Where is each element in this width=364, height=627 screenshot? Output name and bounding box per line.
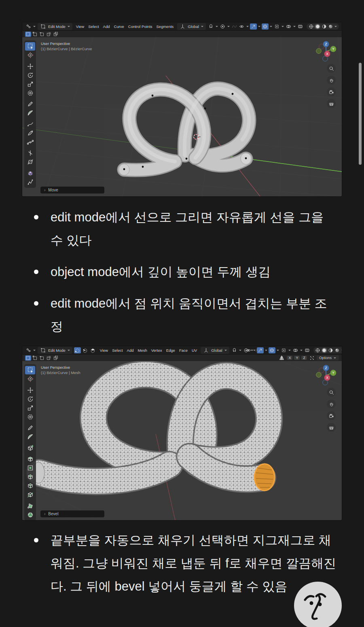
rendered-shading-icon[interactable] <box>334 348 340 353</box>
solid-shading-icon[interactable] <box>315 24 320 29</box>
bevel-tool[interactable] <box>25 473 35 481</box>
transform-tool[interactable] <box>25 412 35 421</box>
viewport-3d-scene[interactable] <box>22 361 342 520</box>
zoom-icon[interactable] <box>327 388 336 397</box>
menu-view[interactable]: View <box>74 24 86 29</box>
viewport-3d-scene[interactable] <box>22 37 342 196</box>
cursor-tool[interactable] <box>25 51 35 60</box>
menu-uv[interactable]: UV <box>190 348 199 353</box>
menu-face[interactable]: Face <box>177 348 190 353</box>
mirror-icon[interactable] <box>279 355 285 361</box>
spin-tool[interactable] <box>25 510 35 519</box>
cursor-tool[interactable] <box>25 375 35 383</box>
mirror-axis-x[interactable]: X <box>287 356 292 360</box>
extrude-tool[interactable] <box>25 169 35 177</box>
shear-tool[interactable] <box>25 158 35 166</box>
editor-type-icon[interactable] <box>25 23 32 30</box>
extrude-region-tool[interactable] <box>25 455 35 463</box>
solid-shading-icon[interactable] <box>322 348 327 353</box>
draw-curve-tool[interactable] <box>25 120 35 128</box>
knife-tool[interactable] <box>25 491 35 499</box>
menu-control-points[interactable]: Control Points <box>126 24 154 29</box>
loop-cut-tool[interactable] <box>25 482 35 490</box>
navigation-gizmo[interactable]: Z Y X <box>315 40 337 62</box>
curve-pen-tool[interactable] <box>25 129 35 137</box>
profile-face-logo[interactable] <box>294 582 342 627</box>
rotate-tool[interactable] <box>25 71 35 79</box>
gizmos-icon[interactable] <box>273 23 280 30</box>
overlays-icon[interactable] <box>285 23 292 30</box>
tilt-tool[interactable] <box>25 149 35 157</box>
toggle-ortho-icon[interactable] <box>327 99 336 108</box>
viewport-3d[interactable]: User Perspective (1) BézierCurve | Bézie… <box>22 37 342 196</box>
select-difference-icon[interactable] <box>46 32 52 37</box>
pan-hand-icon[interactable] <box>327 400 336 408</box>
snap-magnet-icon[interactable] <box>231 347 238 353</box>
toggle-ortho-icon[interactable] <box>327 423 336 432</box>
page-scrollbar[interactable] <box>359 63 362 165</box>
vertex-select-mode-icon[interactable] <box>74 347 81 353</box>
show-visibility-icon[interactable] <box>238 23 245 30</box>
menu-add[interactable]: Add <box>125 348 136 353</box>
options-dropdown[interactable]: Options <box>317 355 339 360</box>
pan-hand-icon[interactable] <box>327 76 336 85</box>
snap-elements-icon[interactable] <box>309 355 315 361</box>
overlays-icon[interactable] <box>292 347 299 353</box>
select-through-icon[interactable] <box>250 23 257 30</box>
rotate-tool[interactable] <box>25 395 35 403</box>
operator-panel[interactable]: › Move <box>40 187 104 193</box>
annotate-tool[interactable] <box>25 100 35 108</box>
menu-vertex[interactable]: Vertex <box>149 348 164 353</box>
curve-points-tool[interactable] <box>25 138 35 146</box>
mode-dropdown[interactable]: Edit Mode <box>38 347 72 354</box>
scale-tool[interactable] <box>25 80 35 88</box>
wireframe-shading-icon[interactable] <box>308 24 314 29</box>
edit-mode-icon[interactable] <box>40 347 47 353</box>
annotate-tool[interactable] <box>25 424 35 432</box>
mirror-axis-y[interactable]: Y <box>294 356 300 360</box>
camera-view-icon[interactable] <box>327 87 336 96</box>
material-preview-icon[interactable] <box>321 24 327 29</box>
select-set-icon[interactable] <box>25 355 31 361</box>
poly-build-tool[interactable] <box>25 502 35 510</box>
select-box-tool[interactable] <box>25 366 35 374</box>
move-tool[interactable] <box>25 386 35 394</box>
proportional-sphere-icon[interactable] <box>269 347 275 353</box>
camera-view-icon[interactable] <box>327 411 336 420</box>
measure-tool[interactable] <box>25 109 35 117</box>
menu-curve[interactable]: Curve <box>112 24 126 29</box>
material-preview-icon[interactable] <box>328 348 334 353</box>
menu-view[interactable]: View <box>98 348 110 353</box>
transform-tool[interactable] <box>25 89 35 97</box>
edge-select-mode-icon[interactable] <box>82 347 89 353</box>
orientation-icon[interactable] <box>179 23 186 30</box>
randomize-tool[interactable] <box>25 178 35 186</box>
select-extend-icon[interactable] <box>32 355 38 361</box>
snap-magnet-icon[interactable] <box>207 23 214 30</box>
menu-mesh[interactable]: Mesh <box>136 348 149 353</box>
select-intersect-icon[interactable] <box>53 355 59 361</box>
menu-select[interactable]: Select <box>110 348 125 353</box>
viewport-3d[interactable]: User Perspective (1) BézierCurve | Mesh … <box>22 361 342 520</box>
toggle-xray-icon[interactable] <box>297 23 304 30</box>
mirror-axis-z[interactable]: Z <box>301 356 307 360</box>
face-select-mode-icon[interactable] <box>89 347 96 353</box>
mode-dropdown[interactable]: Edit Mode <box>38 23 72 30</box>
inset-faces-tool[interactable] <box>25 464 35 472</box>
menu-add[interactable]: Add <box>101 24 112 29</box>
select-box-tool[interactable] <box>25 42 35 51</box>
select-subtract-icon[interactable] <box>39 32 45 37</box>
edit-mode-icon[interactable] <box>40 23 47 30</box>
move-tool[interactable] <box>25 62 35 70</box>
operator-panel[interactable]: › Bevel <box>40 510 104 517</box>
select-extend-icon[interactable] <box>32 32 38 37</box>
wireframe-shading-icon[interactable] <box>315 348 321 353</box>
navigation-gizmo[interactable]: Z Y X <box>315 364 337 386</box>
orientation-dropdown[interactable]: Global <box>177 23 205 30</box>
falloff-curve-icon[interactable] <box>231 23 238 30</box>
rendered-shading-icon[interactable] <box>328 24 333 29</box>
menu-segments[interactable]: Segments <box>154 24 176 29</box>
show-visibility-icon[interactable] <box>245 347 252 353</box>
gizmos-icon[interactable] <box>280 347 287 353</box>
orientation-icon[interactable] <box>203 347 210 353</box>
